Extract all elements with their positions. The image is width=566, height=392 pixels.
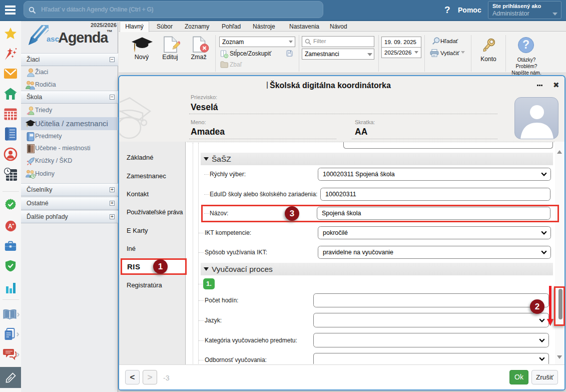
svg-text:+: +: [12, 222, 15, 227]
